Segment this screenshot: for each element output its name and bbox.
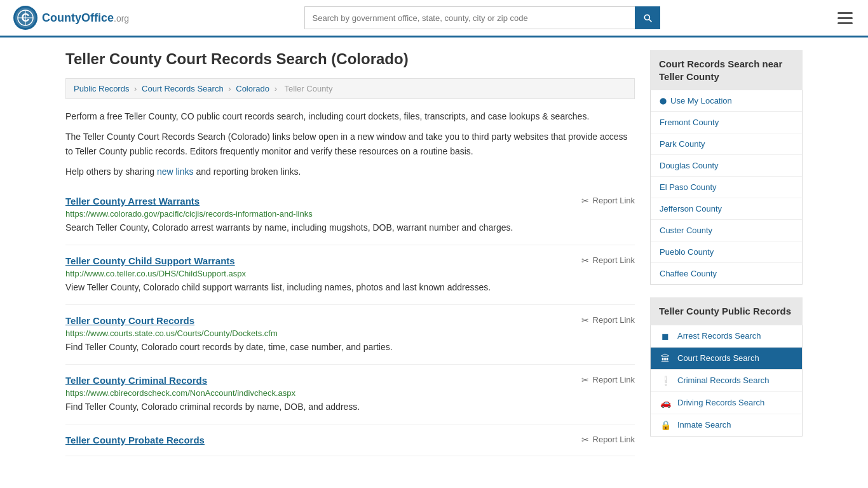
sidebar-link-douglas[interactable]: Douglas County	[651, 155, 802, 177]
record-item: Teller County Child Support Warrants ✂ R…	[65, 245, 635, 305]
new-links-link[interactable]: new links	[157, 166, 194, 177]
record-desc-2: Find Teller County, Colorado court recor…	[65, 341, 635, 354]
report-icon: ✂	[581, 255, 589, 266]
intro-para1: Perform a free Teller County, CO public …	[65, 109, 635, 123]
criminal-icon: ❕	[660, 376, 671, 386]
report-icon: ✂	[581, 196, 589, 206]
search-input[interactable]	[304, 6, 635, 29]
court-icon: 🏛	[660, 353, 671, 363]
sidebar-link-jefferson[interactable]: Jefferson County	[651, 198, 802, 220]
report-link-3[interactable]: ✂ Report Link	[581, 375, 635, 385]
search-button[interactable]	[635, 6, 660, 29]
record-url-2[interactable]: https://www.courts.state.co.us/Courts/Co…	[65, 329, 635, 338]
record-title-child-support[interactable]: Teller County Child Support Warrants	[65, 255, 235, 266]
sidebar-link-fremont[interactable]: Fremont County	[651, 112, 802, 133]
pub-rec-criminal[interactable]: ❕ Criminal Records Search	[651, 370, 802, 392]
record-url-3[interactable]: https://www.cbirecordscheck.com/NonAccou…	[65, 388, 635, 398]
record-desc-1: View Teller County, Colorado child suppo…	[65, 281, 635, 294]
sidebar-link-park[interactable]: Park County	[651, 133, 802, 155]
report-link-4[interactable]: ✂ Report Link	[581, 435, 635, 445]
report-icon: ✂	[581, 315, 589, 325]
pub-rec-arrest[interactable]: ◼ Arrest Records Search	[651, 325, 802, 348]
report-link-2[interactable]: ✂ Report Link	[581, 315, 635, 325]
record-url-0[interactable]: https://www.colorado.gov/pacific/cicjis/…	[65, 209, 635, 219]
report-icon: ✂	[581, 435, 589, 445]
record-item: Teller County Criminal Records ✂ Report …	[65, 365, 635, 424]
record-item: Teller County Court Records ✂ Report Lin…	[65, 305, 635, 365]
report-link-1[interactable]: ✂ Report Link	[581, 255, 635, 266]
pub-rec-court[interactable]: 🏛 Court Records Search	[651, 348, 802, 370]
pub-rec-inmate[interactable]: 🔒 Inmate Search	[651, 414, 802, 436]
report-icon: ✂	[581, 375, 589, 385]
arrest-icon: ◼	[660, 331, 671, 341]
pub-rec-driving[interactable]: 🚗 Driving Records Search	[651, 392, 802, 414]
sidebar-link-custer[interactable]: Custer County	[651, 220, 802, 241]
record-url-1[interactable]: http://www.co.teller.co.us/DHS/ChildSupp…	[65, 269, 635, 278]
record-title-arrest-warrants[interactable]: Teller County Arrest Warrants	[65, 196, 200, 207]
report-link-0[interactable]: ✂ Report Link	[581, 196, 635, 206]
record-item: Teller County Arrest Warrants ✂ Report L…	[65, 186, 635, 245]
breadcrumb-colorado[interactable]: Colorado	[236, 84, 269, 93]
logo-text: CountyOffice.org	[42, 11, 129, 25]
records-list: Teller County Arrest Warrants ✂ Report L…	[65, 186, 635, 456]
breadcrumb-court-records-search[interactable]: Court Records Search	[142, 84, 224, 93]
driving-icon: 🚗	[660, 398, 671, 408]
public-records-list: ◼ Arrest Records Search 🏛 Court Records …	[650, 325, 803, 437]
public-records-header: Teller County Public Records	[650, 297, 803, 325]
record-title-probate-records[interactable]: Teller County Probate Records	[65, 435, 205, 445]
nearby-counties-list: Use My Location Fremont County Park Coun…	[650, 90, 803, 285]
menu-icon[interactable]	[835, 10, 855, 27]
breadcrumb-public-records[interactable]: Public Records	[74, 84, 129, 93]
logo[interactable]: C CountyOffice.org	[13, 5, 129, 30]
page-title: Teller County Court Records Search (Colo…	[65, 50, 635, 68]
record-desc-3: Find Teller County, Colorado criminal re…	[65, 400, 635, 414]
record-title-court-records[interactable]: Teller County Court Records	[65, 315, 194, 326]
breadcrumb: Public Records › Court Records Search › …	[65, 78, 635, 99]
use-location-link[interactable]: Use My Location	[651, 90, 802, 112]
inmate-icon: 🔒	[660, 420, 671, 430]
sidebar-link-chaffee[interactable]: Chaffee County	[651, 263, 802, 284]
sidebar-link-pueblo[interactable]: Pueblo County	[651, 241, 802, 263]
record-title-criminal-records[interactable]: Teller County Criminal Records	[65, 375, 207, 386]
intro-para2: The Teller County Court Records Search (…	[65, 130, 635, 158]
breadcrumb-teller-county: Teller County	[285, 84, 333, 93]
record-desc-0: Search Teller County, Colorado arrest wa…	[65, 221, 635, 234]
record-item: Teller County Probate Records ✂ Report L…	[65, 424, 635, 456]
sidebar-link-elpaso[interactable]: El Paso County	[651, 177, 802, 198]
sidebar: Court Records Search near Teller County …	[650, 50, 803, 456]
nearby-header: Court Records Search near Teller County	[650, 50, 803, 90]
intro-para3: Help others by sharing new links and rep…	[65, 165, 635, 179]
